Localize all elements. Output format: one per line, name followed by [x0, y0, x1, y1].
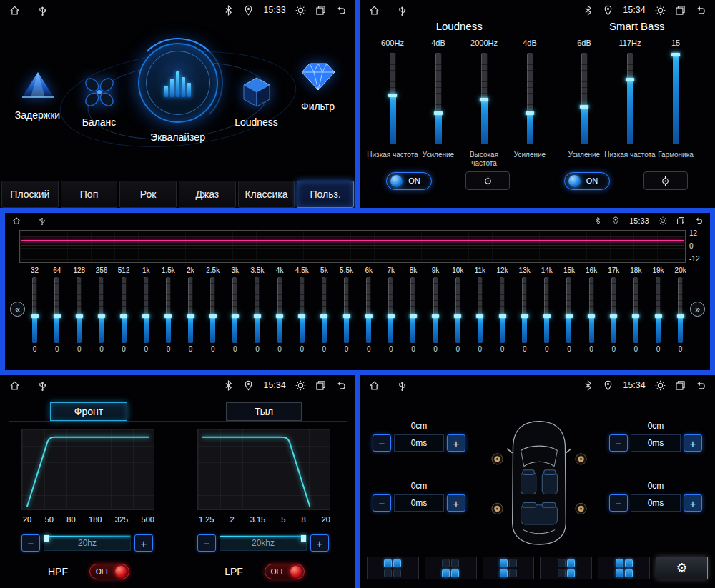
band-slider[interactable]	[522, 277, 527, 343]
lpf-minus-button[interactable]: −	[197, 534, 216, 552]
band-handle[interactable]	[521, 314, 528, 318]
band-slider[interactable]	[611, 277, 616, 343]
slider-handle[interactable]	[526, 111, 534, 115]
band-handle[interactable]	[142, 314, 149, 318]
band-slider[interactable]	[54, 277, 59, 343]
home-icon[interactable]	[9, 380, 20, 391]
band-slider[interactable]	[366, 277, 371, 343]
band-handle[interactable]	[343, 314, 350, 318]
band-slider[interactable]	[500, 277, 505, 343]
recents-icon[interactable]	[675, 5, 686, 16]
back-icon[interactable]	[695, 5, 706, 16]
band-slider[interactable]	[77, 277, 82, 343]
band-slider[interactable]	[99, 277, 104, 343]
band-handle[interactable]	[365, 314, 373, 318]
band-slider[interactable]	[589, 277, 594, 343]
band-slider[interactable]	[433, 277, 438, 343]
delay-plus-button[interactable]: +	[447, 494, 465, 512]
home-icon[interactable]	[369, 5, 380, 16]
menu-item-balance[interactable]: Баланс	[71, 74, 128, 128]
slider-handle[interactable]	[388, 94, 397, 97]
lpf-frequency-slider[interactable]: 20khz	[220, 535, 307, 551]
preset-tab-2[interactable]: Рок	[119, 181, 177, 208]
recents-icon[interactable]	[315, 5, 326, 16]
band-slider[interactable]	[410, 277, 415, 343]
hpf-off-toggle[interactable]: OFF	[89, 564, 129, 579]
band-slider[interactable]	[232, 277, 237, 343]
band-slider[interactable]	[188, 277, 193, 343]
delay-minus-button[interactable]: −	[373, 494, 391, 512]
speaker-config-left-button[interactable]	[483, 557, 535, 579]
band-handle[interactable]	[410, 314, 417, 318]
settings-button[interactable]: ⚙	[656, 557, 708, 579]
delay-plus-button[interactable]: +	[684, 494, 702, 512]
band-slider[interactable]	[144, 277, 149, 343]
slider-track[interactable]	[627, 53, 633, 144]
menu-item-equalizer-selected[interactable]: Эквалайзер	[132, 43, 224, 143]
band-handle[interactable]	[320, 314, 327, 318]
band-slider[interactable]	[255, 277, 260, 343]
band-handle[interactable]	[610, 314, 617, 318]
band-handle[interactable]	[120, 314, 127, 318]
band-slider[interactable]	[166, 277, 171, 343]
menu-item-loudness[interactable]: Loudness	[228, 74, 285, 128]
band-handle[interactable]	[632, 314, 639, 318]
band-handle[interactable]	[588, 314, 595, 318]
hpf-plus-button[interactable]: +	[134, 534, 153, 552]
back-icon[interactable]	[335, 5, 346, 16]
slider-track[interactable]	[435, 53, 442, 144]
band-handle[interactable]	[566, 314, 573, 318]
band-slider[interactable]	[32, 277, 37, 343]
back-icon[interactable]	[694, 216, 703, 225]
band-handle[interactable]	[276, 314, 283, 318]
band-slider[interactable]	[656, 277, 661, 343]
slider-track[interactable]	[390, 53, 396, 144]
band-handle[interactable]	[432, 314, 439, 318]
band-handle[interactable]	[388, 314, 395, 318]
speaker-config-all-button[interactable]	[598, 557, 650, 579]
home-icon[interactable]	[12, 216, 21, 225]
lpf-plus-button[interactable]: +	[310, 534, 329, 552]
band-slider[interactable]	[122, 277, 127, 343]
band-handle[interactable]	[187, 314, 194, 318]
band-handle[interactable]	[76, 314, 83, 318]
band-handle[interactable]	[209, 314, 217, 318]
slider-handle[interactable]	[626, 78, 634, 81]
band-slider[interactable]	[566, 277, 571, 343]
speaker-config-front-button[interactable]	[367, 557, 419, 579]
preset-tab-1[interactable]: Поп	[61, 181, 118, 208]
smart-bass-on-toggle[interactable]: ON	[564, 172, 610, 190]
band-handle[interactable]	[499, 314, 506, 318]
band-handle[interactable]	[655, 314, 662, 318]
band-handle[interactable]	[454, 314, 461, 318]
loudness-on-toggle[interactable]: ON	[386, 172, 432, 190]
band-handle[interactable]	[543, 314, 551, 318]
band-slider[interactable]	[633, 277, 638, 343]
band-slider[interactable]	[678, 277, 683, 343]
band-slider[interactable]	[478, 277, 483, 343]
band-handle[interactable]	[232, 314, 239, 318]
slider-handle[interactable]	[580, 105, 588, 109]
recents-icon[interactable]	[676, 216, 685, 225]
speaker-config-right-button[interactable]	[540, 557, 592, 579]
delay-minus-button[interactable]: −	[373, 434, 391, 452]
smart-bass-target-button[interactable]	[644, 171, 688, 190]
band-handle[interactable]	[254, 314, 261, 318]
slider-handle[interactable]	[480, 98, 488, 101]
band-slider[interactable]	[322, 277, 327, 343]
band-slider[interactable]	[300, 277, 305, 343]
next-page-button[interactable]: »	[690, 302, 705, 317]
slider-handle[interactable]	[671, 53, 680, 56]
preset-tab-5[interactable]: Польз.	[297, 181, 354, 208]
lpf-off-toggle[interactable]: OFF	[265, 564, 305, 579]
hpf-minus-button[interactable]: −	[21, 534, 40, 552]
band-slider[interactable]	[210, 277, 215, 343]
preset-tab-3[interactable]: Джаз	[179, 181, 236, 208]
slider-track[interactable]	[673, 53, 679, 144]
home-icon[interactable]	[9, 5, 20, 16]
delay-minus-button[interactable]: −	[609, 434, 628, 452]
tab-front[interactable]: Фронт	[50, 402, 127, 421]
band-slider[interactable]	[544, 277, 549, 343]
band-handle[interactable]	[677, 314, 684, 318]
band-handle[interactable]	[298, 314, 305, 318]
